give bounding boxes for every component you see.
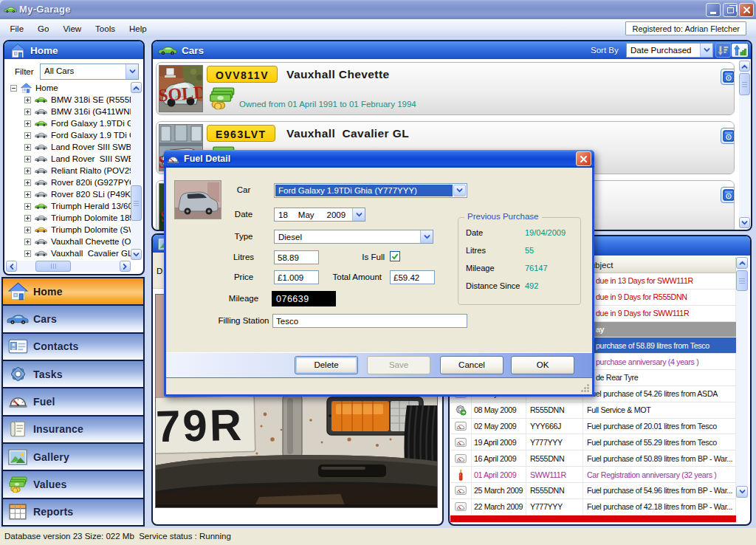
sidebar-item-cars[interactable]: Cars: [1, 306, 145, 333]
tree-item[interactable]: BMW 316i (G411WNR: [6, 106, 131, 117]
type-dropdown[interactable]: Diesel: [274, 230, 433, 244]
car-list-item[interactable]: SOLD OVV811V Vauxhall Chevette Owned fro…: [156, 62, 735, 115]
scroll-thumb[interactable]: [739, 73, 750, 95]
scroll-thumb[interactable]: [35, 261, 71, 272]
sidebar-item-home[interactable]: Home: [1, 277, 145, 306]
expand-icon[interactable]: [24, 168, 31, 174]
restore-button[interactable]: [723, 3, 738, 17]
menu-tools[interactable]: Tools: [89, 22, 123, 35]
sort-dropdown[interactable]: Date Purchased: [626, 43, 713, 58]
tree-item[interactable]: Ford Galaxy 1.9TDi Gh: [6, 117, 131, 129]
filter-dropdown-button[interactable]: [126, 64, 138, 79]
sidebar-item-contacts[interactable]: Contacts: [1, 334, 145, 361]
expand-icon[interactable]: [24, 203, 31, 210]
menu-help[interactable]: Help: [122, 22, 154, 35]
scroll-right-button[interactable]: [120, 261, 131, 272]
sidebar-item-tasks[interactable]: Tasks: [1, 361, 145, 388]
delete-button[interactable]: Delete: [295, 356, 358, 374]
scroll-thumb[interactable]: [131, 185, 142, 221]
litres-input[interactable]: 58.89: [274, 250, 319, 264]
event-row[interactable]: 25 March 2009R555DNNFuel purchase of 54.…: [450, 483, 736, 499]
expand-icon[interactable]: [24, 179, 31, 186]
event-row[interactable]: 19 April 2009Y777YYYFuel purchase of 55.…: [450, 434, 736, 450]
scroll-up-button[interactable]: [131, 82, 142, 93]
tree-item[interactable]: Vauxhall Cavalier GL (: [6, 247, 131, 259]
minimize-button[interactable]: [706, 3, 721, 17]
cancel-button[interactable]: Cancel: [440, 356, 504, 374]
gallery-tab-label[interactable]: D: [157, 267, 162, 275]
expand-icon[interactable]: [24, 109, 31, 115]
collapse-icon[interactable]: [10, 85, 17, 92]
dialog-close-button[interactable]: [576, 151, 591, 166]
sidebar-item-fuel[interactable]: Fuel: [1, 388, 145, 416]
expand-icon[interactable]: [24, 250, 31, 257]
expand-icon[interactable]: [24, 144, 31, 151]
scroll-left-button[interactable]: [6, 261, 17, 272]
tree-item[interactable]: Vauxhall Chevette (OV: [6, 236, 131, 247]
menu-view[interactable]: View: [56, 22, 89, 35]
tree-item[interactable]: Triumph Herald 13/60: [6, 200, 131, 212]
sidebar-item-values[interactable]: Values: [1, 471, 145, 498]
scroll-up-button[interactable]: [739, 61, 750, 72]
car-info-button[interactable]: [721, 187, 735, 203]
tree-horizontal-scrollbar[interactable]: [6, 261, 131, 272]
car-info-button[interactable]: [721, 128, 735, 144]
tree-item[interactable]: Triumph Dolomite (SW: [6, 224, 131, 236]
sort-descending-button[interactable]: [715, 43, 731, 58]
date-dropdown-button[interactable]: [352, 208, 365, 221]
tree-item[interactable]: Reliant Rialto (POV297: [6, 165, 131, 176]
save-button[interactable]: Save: [367, 356, 430, 374]
event-row[interactable]: 16 April 2009R555DNNFuel purchase of 50.…: [450, 450, 736, 467]
tree-item-home[interactable]: Home: [6, 82, 131, 94]
event-row[interactable]: 02 May 2009YYY666JFuel purchase of 20.01…: [450, 419, 736, 435]
expand-icon[interactable]: [24, 239, 31, 245]
event-date: 25 March 2009: [474, 486, 523, 495]
event-row[interactable]: 01 April 2009SWW111RCar Registration ann…: [450, 467, 736, 483]
expand-icon[interactable]: [24, 156, 31, 162]
sidebar-item-reports[interactable]: Reports: [1, 499, 145, 527]
tree-item[interactable]: Rover 820i (G927PYC): [6, 176, 131, 188]
total-amount-input[interactable]: £59.42: [390, 270, 435, 284]
events-vertical-scrollbar[interactable]: [736, 257, 748, 498]
expand-icon[interactable]: [24, 120, 31, 127]
sidebar-item-gallery[interactable]: Gallery: [1, 444, 145, 471]
menu-file[interactable]: File: [3, 22, 31, 35]
sidebar-item-insurance[interactable]: Insurance: [1, 417, 145, 444]
scroll-up-button[interactable]: [736, 257, 748, 269]
filling-station-input[interactable]: Tesco: [272, 314, 467, 328]
scroll-down-button[interactable]: [736, 486, 748, 498]
expand-icon[interactable]: [24, 227, 31, 233]
tree-item[interactable]: Ford Galaxy 1.9 TDi Gh: [6, 129, 131, 141]
menu-go[interactable]: Go: [31, 22, 56, 35]
scroll-down-button[interactable]: [131, 249, 142, 260]
expand-icon[interactable]: [24, 97, 31, 103]
cars-vertical-scrollbar[interactable]: [739, 61, 750, 228]
event-row[interactable]: 22 March 2009Y777YYYFuel purchase of 42.…: [450, 499, 736, 515]
tree-vertical-scrollbar[interactable]: [131, 82, 142, 260]
tree-item[interactable]: Land Rover SIII SWB: [6, 153, 131, 165]
tree-item[interactable]: BMW 318i SE (R555D: [6, 94, 131, 106]
event-row-partial[interactable]: [450, 515, 736, 523]
sort-dropdown-button[interactable]: [700, 44, 712, 57]
event-row[interactable]: 08 May 2009R555DNNFull Service & MOT: [450, 402, 736, 419]
filter-dropdown[interactable]: All Cars: [40, 64, 139, 80]
car-dropdown[interactable]: Ford Galaxy 1.9TDi Ghia (Y777YYY): [274, 183, 467, 198]
column-subject[interactable]: Subject: [583, 257, 736, 272]
car-info-button[interactable]: [721, 69, 735, 85]
date-picker[interactable]: 18May2009: [274, 208, 365, 222]
sort-ascending-button[interactable]: [731, 43, 749, 58]
scroll-down-button[interactable]: [739, 217, 750, 228]
tree-item[interactable]: Land Rover SIII SWB: [6, 141, 131, 153]
ok-button[interactable]: OK: [511, 356, 574, 374]
resize-grip[interactable]: [581, 383, 590, 392]
expand-icon[interactable]: [24, 215, 31, 222]
close-button[interactable]: [739, 3, 754, 17]
expand-icon[interactable]: [24, 132, 31, 139]
expand-icon[interactable]: [24, 191, 31, 198]
tree-item[interactable]: Triumph Dolomite 1850: [6, 212, 131, 224]
type-dropdown-button[interactable]: [420, 230, 433, 243]
tree-item[interactable]: Rover 820 SLi (P49KO: [6, 188, 131, 200]
is-full-checkbox[interactable]: [390, 251, 400, 261]
car-dropdown-button[interactable]: [453, 185, 466, 196]
scroll-thumb[interactable]: [736, 270, 748, 291]
